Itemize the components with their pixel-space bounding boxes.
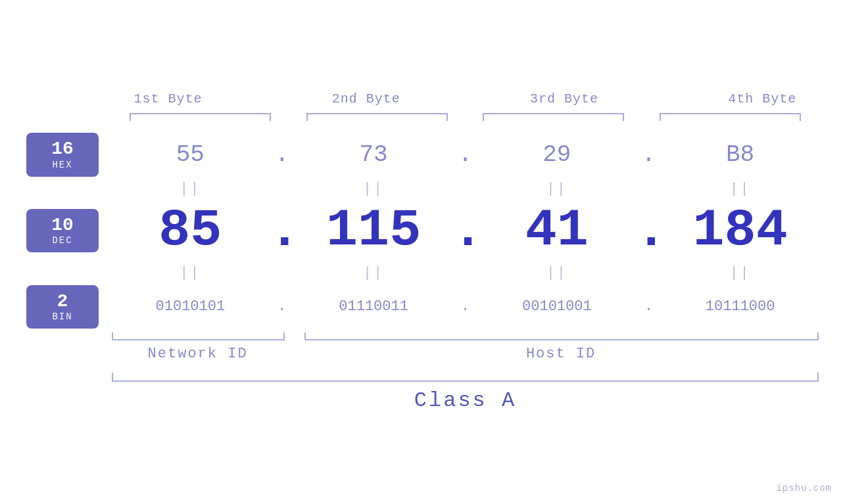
bin-byte-1: 01010101 [112, 298, 269, 315]
host-bracket [304, 332, 819, 340]
bin-dot-2: . [452, 298, 479, 315]
dec-dot-3: . [635, 201, 662, 261]
byte-header-1: 1st Byte [69, 91, 267, 106]
dec-byte-4: 184 [662, 204, 819, 257]
class-bracket-row [112, 373, 819, 382]
hex-byte-1: 55 [112, 141, 269, 168]
bin-byte-2: 01110011 [295, 298, 452, 315]
dec-base-name: DEC [52, 235, 72, 246]
bin-base-number: 2 [57, 292, 68, 312]
sep-4: || [662, 181, 819, 197]
bin-base-name: BIN [52, 311, 72, 322]
byte-headers: 1st Byte 2nd Byte 3rd Byte 4th Byte [69, 91, 845, 106]
dec-row: 10 DEC 85 . 115 . 41 . 184 [26, 201, 819, 261]
byte-header-4: 4th Byte [664, 91, 845, 106]
bin-values-row: 01010101 . 01110011 . 00101001 . 1011100… [112, 298, 819, 315]
hex-dot-1: . [269, 141, 295, 168]
bottom-brackets-container [112, 332, 819, 340]
id-dot-gap [283, 346, 303, 362]
sep2-4: || [662, 265, 819, 281]
hex-dot-3: . [635, 141, 662, 168]
sep-1: || [112, 181, 269, 197]
sep2-2: || [295, 265, 452, 281]
top-brackets [112, 113, 819, 121]
class-bracket [112, 373, 819, 382]
class-label-row: Class A [112, 388, 819, 413]
sep-dec-bin: || || || || [112, 261, 819, 285]
dec-base-number: 10 [51, 216, 74, 236]
hex-byte-2: 73 [295, 141, 452, 168]
hex-byte-3: 29 [479, 141, 636, 168]
network-id-label: Network ID [112, 346, 283, 362]
bin-dot-1: . [269, 298, 295, 315]
bin-dot-3: . [635, 298, 662, 315]
dec-label: 10 DEC [26, 209, 99, 253]
hex-dot-2: . [452, 141, 479, 168]
hex-base-name: HEX [52, 160, 72, 170]
bin-byte-3: 00101001 [479, 298, 636, 315]
sep-3: || [479, 181, 636, 197]
sep-2: || [295, 181, 452, 197]
watermark: ipshu.com [776, 483, 832, 493]
top-bracket-1 [112, 113, 289, 121]
main-container: 1st Byte 2nd Byte 3rd Byte 4th Byte 16 H… [0, 0, 845, 504]
id-labels-row: Network ID Host ID [112, 346, 819, 362]
sep2-3: || [479, 265, 636, 281]
byte-header-2: 2nd Byte [267, 91, 465, 106]
bracket-dot-gap-1 [285, 332, 304, 340]
hex-base-number: 16 [51, 139, 74, 160]
dec-byte-3: 41 [479, 204, 636, 257]
bin-row: 2 BIN 01010101 . 01110011 . 00101001 . 1… [26, 285, 819, 329]
dec-dot-1: . [269, 201, 295, 261]
dec-dot-2: . [452, 201, 479, 261]
top-bracket-3 [466, 113, 642, 121]
dec-byte-1: 85 [112, 204, 269, 257]
sep2-1: || [112, 265, 269, 281]
network-bracket [112, 332, 285, 340]
hex-row: 16 HEX 55 . 73 . 29 . B8 [26, 133, 819, 177]
class-label: Class A [414, 388, 516, 413]
top-bracket-4 [642, 113, 819, 121]
bin-label: 2 BIN [26, 285, 99, 329]
hex-label: 16 HEX [26, 133, 99, 177]
bin-byte-4: 10111000 [662, 298, 819, 315]
top-bracket-2 [289, 113, 466, 121]
dec-values-row: 85 . 115 . 41 . 184 [112, 201, 819, 261]
hex-values-row: 55 . 73 . 29 . B8 [112, 141, 819, 168]
host-id-label: Host ID [303, 346, 819, 362]
hex-byte-4: B8 [662, 141, 819, 168]
dec-byte-2: 115 [295, 204, 452, 257]
byte-header-3: 3rd Byte [466, 91, 664, 106]
sep-hex-dec: || || || || [112, 177, 819, 201]
